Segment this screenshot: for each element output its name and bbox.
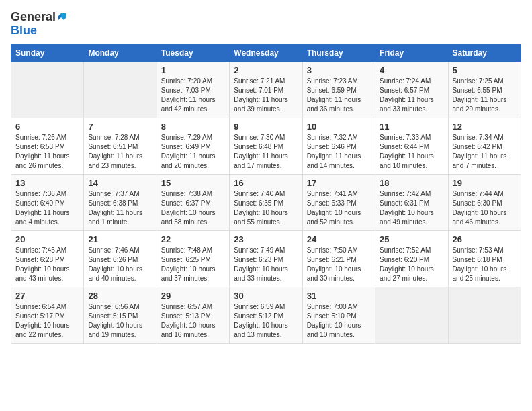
- day-number: 6: [15, 122, 79, 132]
- day-info: Sunrise: 7:29 AM Sunset: 6:49 PM Dayligh…: [161, 133, 225, 171]
- calendar-cell: 23Sunrise: 7:49 AM Sunset: 6:23 PM Dayli…: [230, 230, 302, 287]
- day-number: 14: [88, 178, 152, 188]
- day-number: 19: [453, 178, 517, 188]
- svg-marker-1: [58, 13, 61, 20]
- calendar-cell: 27Sunrise: 6:54 AM Sunset: 5:17 PM Dayli…: [11, 287, 84, 343]
- weekday-header-tuesday: Tuesday: [157, 44, 229, 61]
- day-number: 17: [307, 178, 371, 188]
- calendar-cell: 11Sunrise: 7:33 AM Sunset: 6:44 PM Dayli…: [375, 118, 448, 174]
- calendar-cell: 21Sunrise: 7:46 AM Sunset: 6:26 PM Dayli…: [84, 230, 157, 287]
- day-number: 22: [161, 234, 225, 244]
- calendar-cell: 16Sunrise: 7:40 AM Sunset: 6:35 PM Dayli…: [230, 174, 302, 230]
- weekday-header-saturday: Saturday: [448, 44, 521, 61]
- calendar-cell: 25Sunrise: 7:52 AM Sunset: 6:20 PM Dayli…: [375, 230, 448, 287]
- day-number: 21: [88, 234, 152, 244]
- day-number: 11: [380, 122, 443, 132]
- calendar-cell: 19Sunrise: 7:44 AM Sunset: 6:30 PM Dayli…: [448, 174, 521, 230]
- day-number: 18: [380, 178, 443, 188]
- calendar-cell: 14Sunrise: 7:37 AM Sunset: 6:38 PM Dayli…: [84, 174, 157, 230]
- day-info: Sunrise: 7:26 AM Sunset: 6:53 PM Dayligh…: [15, 133, 79, 171]
- calendar-cell: 28Sunrise: 6:56 AM Sunset: 5:15 PM Dayli…: [84, 287, 157, 343]
- day-info: Sunrise: 7:25 AM Sunset: 6:55 PM Dayligh…: [453, 77, 517, 114]
- day-info: Sunrise: 7:34 AM Sunset: 6:42 PM Dayligh…: [453, 133, 517, 171]
- weekday-header-thursday: Thursday: [302, 44, 375, 61]
- weekday-header-sunday: Sunday: [11, 44, 84, 61]
- day-number: 13: [15, 178, 79, 188]
- logo-blue: Blue: [11, 24, 68, 38]
- day-info: Sunrise: 7:50 AM Sunset: 6:21 PM Dayligh…: [307, 246, 371, 283]
- day-info: Sunrise: 7:40 AM Sunset: 6:35 PM Dayligh…: [234, 189, 298, 227]
- day-info: Sunrise: 7:44 AM Sunset: 6:30 PM Dayligh…: [453, 189, 517, 227]
- day-info: Sunrise: 7:20 AM Sunset: 7:03 PM Dayligh…: [161, 77, 225, 114]
- week-row-3: 20Sunrise: 7:45 AM Sunset: 6:28 PM Dayli…: [11, 230, 521, 287]
- day-info: Sunrise: 7:49 AM Sunset: 6:23 PM Dayligh…: [234, 246, 298, 283]
- calendar-cell: [11, 61, 84, 118]
- calendar-cell: 15Sunrise: 7:38 AM Sunset: 6:37 PM Dayli…: [157, 174, 229, 230]
- calendar-cell: 4Sunrise: 7:24 AM Sunset: 6:57 PM Daylig…: [375, 61, 448, 118]
- calendar-cell: [448, 287, 521, 343]
- calendar-cell: 31Sunrise: 7:00 AM Sunset: 5:10 PM Dayli…: [302, 287, 375, 343]
- day-number: 5: [453, 65, 517, 75]
- day-info: Sunrise: 7:53 AM Sunset: 6:18 PM Dayligh…: [453, 246, 517, 283]
- calendar-cell: 29Sunrise: 6:57 AM Sunset: 5:13 PM Dayli…: [157, 287, 229, 343]
- day-info: Sunrise: 7:37 AM Sunset: 6:38 PM Dayligh…: [88, 189, 152, 227]
- day-number: 24: [307, 234, 371, 244]
- day-number: 27: [15, 291, 79, 301]
- page-header: General Blue: [11, 11, 521, 38]
- calendar-cell: 5Sunrise: 7:25 AM Sunset: 6:55 PM Daylig…: [448, 61, 521, 118]
- calendar-cell: 24Sunrise: 7:50 AM Sunset: 6:21 PM Dayli…: [302, 230, 375, 287]
- day-info: Sunrise: 7:41 AM Sunset: 6:33 PM Dayligh…: [307, 189, 371, 227]
- day-info: Sunrise: 7:36 AM Sunset: 6:40 PM Dayligh…: [15, 189, 79, 227]
- day-number: 29: [161, 291, 225, 301]
- week-row-1: 6Sunrise: 7:26 AM Sunset: 6:53 PM Daylig…: [11, 118, 521, 174]
- day-number: 3: [307, 65, 371, 75]
- logo: General Blue: [11, 11, 68, 38]
- calendar-cell: 17Sunrise: 7:41 AM Sunset: 6:33 PM Dayli…: [302, 174, 375, 230]
- day-info: Sunrise: 6:57 AM Sunset: 5:13 PM Dayligh…: [161, 302, 225, 340]
- day-number: 1: [161, 65, 225, 75]
- calendar-cell: 30Sunrise: 6:59 AM Sunset: 5:12 PM Dayli…: [230, 287, 302, 343]
- day-info: Sunrise: 7:52 AM Sunset: 6:20 PM Dayligh…: [380, 246, 443, 283]
- day-info: Sunrise: 7:42 AM Sunset: 6:31 PM Dayligh…: [380, 189, 443, 227]
- calendar-table: SundayMondayTuesdayWednesdayThursdayFrid…: [11, 44, 521, 344]
- day-info: Sunrise: 6:56 AM Sunset: 5:15 PM Dayligh…: [88, 302, 152, 340]
- day-info: Sunrise: 7:46 AM Sunset: 6:26 PM Dayligh…: [88, 246, 152, 283]
- calendar-cell: [84, 61, 157, 118]
- calendar-cell: 12Sunrise: 7:34 AM Sunset: 6:42 PM Dayli…: [448, 118, 521, 174]
- day-number: 4: [380, 65, 443, 75]
- day-number: 10: [307, 122, 371, 132]
- week-row-0: 1Sunrise: 7:20 AM Sunset: 7:03 PM Daylig…: [11, 61, 521, 118]
- weekday-header-row: SundayMondayTuesdayWednesdayThursdayFrid…: [11, 44, 521, 61]
- day-number: 8: [161, 122, 225, 132]
- weekday-header-friday: Friday: [375, 44, 448, 61]
- day-info: Sunrise: 7:00 AM Sunset: 5:10 PM Dayligh…: [307, 302, 371, 340]
- day-number: 16: [234, 178, 298, 188]
- day-info: Sunrise: 7:23 AM Sunset: 6:59 PM Dayligh…: [307, 77, 371, 114]
- calendar-cell: 1Sunrise: 7:20 AM Sunset: 7:03 PM Daylig…: [157, 61, 229, 118]
- day-number: 2: [234, 65, 298, 75]
- calendar-cell: 20Sunrise: 7:45 AM Sunset: 6:28 PM Dayli…: [11, 230, 84, 287]
- day-number: 7: [88, 122, 152, 132]
- day-info: Sunrise: 7:33 AM Sunset: 6:44 PM Dayligh…: [380, 133, 443, 171]
- day-info: Sunrise: 7:24 AM Sunset: 6:57 PM Dayligh…: [380, 77, 443, 114]
- calendar-cell: 18Sunrise: 7:42 AM Sunset: 6:31 PM Dayli…: [375, 174, 448, 230]
- day-info: Sunrise: 7:38 AM Sunset: 6:37 PM Dayligh…: [161, 189, 225, 227]
- calendar-cell: 7Sunrise: 7:28 AM Sunset: 6:51 PM Daylig…: [84, 118, 157, 174]
- calendar-cell: [375, 287, 448, 343]
- day-number: 23: [234, 234, 298, 244]
- calendar-cell: 3Sunrise: 7:23 AM Sunset: 6:59 PM Daylig…: [302, 61, 375, 118]
- day-number: 20: [15, 234, 79, 244]
- day-number: 25: [380, 234, 443, 244]
- day-info: Sunrise: 6:59 AM Sunset: 5:12 PM Dayligh…: [234, 302, 298, 340]
- calendar-cell: 8Sunrise: 7:29 AM Sunset: 6:49 PM Daylig…: [157, 118, 229, 174]
- calendar-cell: 9Sunrise: 7:30 AM Sunset: 6:48 PM Daylig…: [230, 118, 302, 174]
- day-number: 9: [234, 122, 298, 132]
- calendar-cell: 13Sunrise: 7:36 AM Sunset: 6:40 PM Dayli…: [11, 174, 84, 230]
- day-number: 26: [453, 234, 517, 244]
- weekday-header-monday: Monday: [84, 44, 157, 61]
- day-info: Sunrise: 7:48 AM Sunset: 6:25 PM Dayligh…: [161, 246, 225, 283]
- calendar-cell: 2Sunrise: 7:21 AM Sunset: 7:01 PM Daylig…: [230, 61, 302, 118]
- day-number: 30: [234, 291, 298, 301]
- logo-chevron-icon: [57, 12, 68, 23]
- weekday-header-wednesday: Wednesday: [230, 44, 302, 61]
